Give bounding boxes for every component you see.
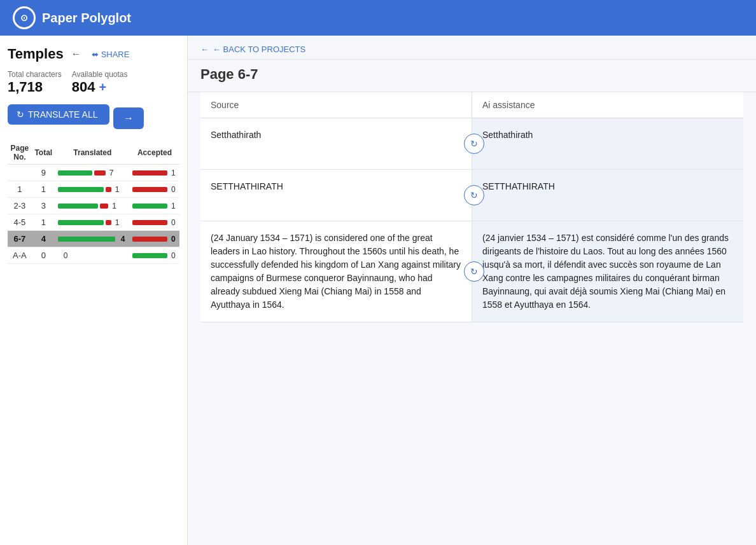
- col-accepted: Accepted: [130, 141, 179, 165]
- table-cell-page: [8, 165, 32, 181]
- col-total: Total: [32, 141, 55, 165]
- nav-next-button[interactable]: →: [113, 107, 144, 129]
- translate-all-label: TRANSLATE ALL: [28, 109, 97, 120]
- table-cell-total: 1: [32, 214, 55, 231]
- ai-col-header: Ai assistance: [472, 92, 743, 118]
- segment-ai: Setthathirath: [472, 118, 743, 169]
- segment-source-text: Setthathirath: [211, 128, 461, 142]
- main-content: ← ← BACK TO PROJECTS Page 6-7 Source Ai …: [188, 36, 756, 545]
- stats-row: Total characters 1,718 Available quotas …: [8, 70, 179, 95]
- share-icon: ⬌: [92, 50, 99, 59]
- table-cell-accepted: 0: [130, 247, 179, 264]
- available-quotas-label: Available quotas: [72, 70, 128, 79]
- logo: ⊙ Paper Polyglot: [13, 6, 131, 29]
- table-cell-total: 0: [32, 247, 55, 264]
- table-cell-translated: 0: [55, 247, 130, 264]
- share-button[interactable]: ⬌ SHARE: [92, 50, 130, 59]
- translate-all-button[interactable]: ↻ TRANSLATE ALL: [8, 104, 109, 125]
- content-area: Source Ai assistance Setthathirath↻Setth…: [188, 92, 756, 322]
- table-cell-accepted: 0: [130, 181, 179, 198]
- table-row[interactable]: 971: [8, 165, 179, 181]
- add-quota-button[interactable]: +: [99, 80, 106, 95]
- logo-icon: ⊙: [13, 6, 36, 29]
- table-cell-page: 4-5: [8, 214, 32, 231]
- table-cell-total: 3: [32, 198, 55, 214]
- segment-ai-text: Setthathirath: [482, 128, 733, 142]
- segment-source-text: (24 January 1534 – 1571) is considered o…: [211, 231, 461, 312]
- table-cell-translated: 1: [55, 198, 130, 214]
- table-cell-translated: 1: [55, 214, 130, 231]
- segment-source: SETTHATHIRATH↻: [200, 170, 472, 221]
- segment-row: (24 January 1534 – 1571) is considered o…: [200, 221, 743, 322]
- segment-row: SETTHATHIRATH↻SETTHATHIRATH: [200, 170, 743, 221]
- main-layout: Temples ← ⬌ SHARE Total characters 1,718…: [0, 36, 756, 545]
- share-label: SHARE: [101, 50, 130, 59]
- btn-row: ↻ TRANSLATE ALL →: [8, 104, 179, 132]
- sidebar-back-button[interactable]: ←: [69, 47, 84, 61]
- quota-value: 804: [72, 79, 95, 95]
- table-cell-accepted: 1: [130, 165, 179, 181]
- col-page-no: PageNo.: [8, 141, 32, 165]
- segment-row: Setthathirath↻Setthathirath: [200, 118, 743, 170]
- refresh-segment-button[interactable]: ↻: [464, 261, 484, 282]
- app-header: ⊙ Paper Polyglot: [0, 0, 756, 36]
- back-label: ← BACK TO PROJECTS: [213, 45, 305, 54]
- source-col-header: Source: [200, 92, 472, 118]
- segment-source: Setthathirath↻: [200, 118, 472, 169]
- sidebar-title: Temples: [8, 46, 64, 62]
- total-chars-value: 1,718: [8, 79, 62, 95]
- refresh-segment-button[interactable]: ↻: [464, 185, 484, 205]
- available-quotas-stat: Available quotas 804 +: [72, 70, 128, 95]
- table-cell-total: 9: [32, 165, 55, 181]
- segment-source: (24 January 1534 – 1571) is considered o…: [200, 221, 472, 322]
- segment-source-text: SETTHATHIRATH: [211, 180, 461, 193]
- table-cell-page: A-A: [8, 247, 32, 264]
- segment-ai: SETTHATHIRATH: [472, 170, 743, 221]
- table-cell-total: 4: [32, 231, 55, 247]
- sidebar-title-row: Temples ← ⬌ SHARE: [8, 46, 179, 62]
- sidebar: Temples ← ⬌ SHARE Total characters 1,718…: [0, 36, 188, 545]
- table-row[interactable]: 1110: [8, 181, 179, 198]
- table-cell-translated: 7: [55, 165, 130, 181]
- table-cell-page: 1: [8, 181, 32, 198]
- back-icon: ←: [200, 45, 209, 54]
- table-cell-accepted: 0: [130, 231, 179, 247]
- total-chars-label: Total characters: [8, 70, 62, 79]
- refresh-segment-button[interactable]: ↻: [464, 134, 484, 154]
- segment-ai-text: (24 janvier 1534 – 1571) est considéré c…: [482, 231, 733, 312]
- logo-text: Paper Polyglot: [42, 11, 131, 25]
- segments-container: Setthathirath↻SetthathirathSETTHATHIRATH…: [200, 118, 743, 322]
- quota-row: 804 +: [72, 79, 128, 95]
- segment-ai-text: SETTHATHIRATH: [482, 180, 733, 193]
- table-row[interactable]: 4-5110: [8, 214, 179, 231]
- total-chars-stat: Total characters 1,718: [8, 70, 62, 95]
- page-table: PageNo. Total Translated Accepted 971111…: [8, 141, 179, 264]
- table-cell-page: 2-3: [8, 198, 32, 214]
- back-to-projects[interactable]: ← ← BACK TO PROJECTS: [188, 36, 756, 60]
- col-headers: Source Ai assistance: [200, 92, 743, 118]
- table-cell-accepted: 0: [130, 214, 179, 231]
- table-row[interactable]: 2-3311: [8, 198, 179, 214]
- refresh-icon: ↻: [17, 109, 24, 120]
- table-header-row: PageNo. Total Translated Accepted: [8, 141, 179, 165]
- table-cell-accepted: 1: [130, 198, 179, 214]
- table-cell-translated: 4: [55, 231, 130, 247]
- table-cell-total: 1: [32, 181, 55, 198]
- col-translated: Translated: [55, 141, 130, 165]
- segment-ai: (24 janvier 1534 – 1571) est considéré c…: [472, 221, 743, 322]
- table-row[interactable]: 6-7440: [8, 231, 179, 247]
- page-title: Page 6-7: [188, 60, 756, 92]
- table-cell-translated: 1: [55, 181, 130, 198]
- table-row[interactable]: A-A000: [8, 247, 179, 264]
- table-cell-page: 6-7: [8, 231, 32, 247]
